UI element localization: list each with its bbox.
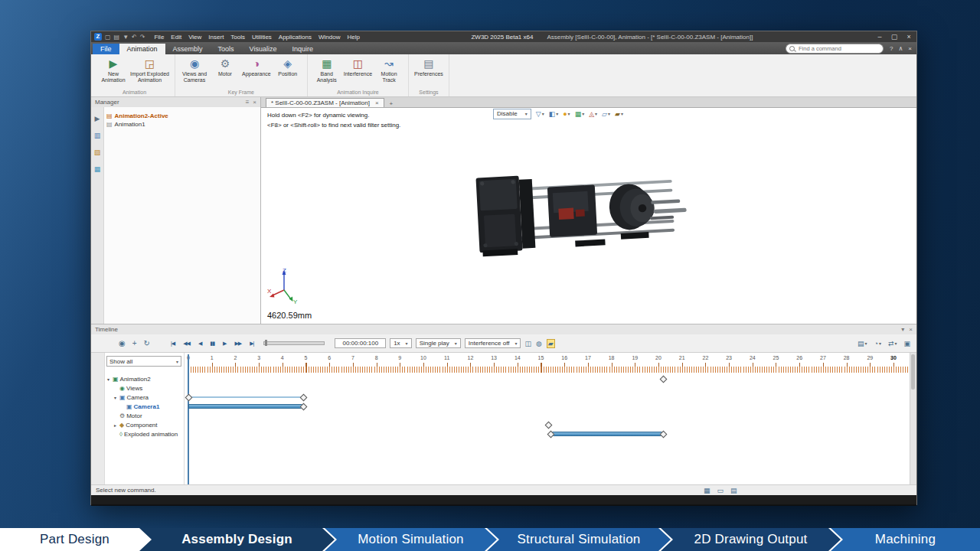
track-area[interactable]: 0123456789101112131415161718192021222324… [185,353,910,484]
menu-insert[interactable]: Insert [208,34,224,41]
animation-tree-item[interactable]: ▤Animation2-Active [106,112,258,120]
tab-file[interactable]: File [93,44,119,54]
save-icon[interactable]: ▼ [122,34,129,41]
expander-open-icon[interactable]: ▾ [113,395,118,400]
zoom-range-icon[interactable]: ◔▾ [874,340,880,347]
viewport-3d[interactable]: Hold down <F2> for dynamic viewing. <F8>… [261,108,916,324]
record-camera-icon[interactable]: ◉ [119,339,126,347]
position-button[interactable]: ◈Position [274,56,302,77]
close-timeline-icon[interactable]: × [909,326,913,333]
timeline-scrollbar-thumb[interactable] [911,354,915,390]
document-tab[interactable]: * SelII-C-00-00.Z3ASM - [Animation] × [266,98,384,107]
motion-track-button[interactable]: ↝MotionTrack [375,56,403,84]
menu-file[interactable]: File [154,34,164,41]
band-analysis-button[interactable]: ▦BandAnalysis [313,56,341,84]
track-item-animation2[interactable]: ▾▣Animation2 [104,374,184,383]
pick-filter-icon[interactable]: ▽▾ [536,110,544,118]
new-animation-button[interactable]: ▶NewAnimation [100,56,127,84]
restore-button[interactable]: ▢ [890,33,899,41]
track-filter-icon[interactable]: ▤▾ [858,340,867,347]
keyboard-icon[interactable]: ▤ [730,487,737,494]
keyframe-diamond[interactable] [544,422,552,429]
import-exploded-animation-button[interactable]: ◲Import ExplodedAnimation [130,56,169,84]
folder-icon[interactable]: ▨ [94,148,101,156]
timeline-scrollbar[interactable] [910,353,916,484]
pause-button[interactable]: ▮▮ [210,338,214,349]
animation-tree-item[interactable]: ▤Animation1 [106,120,258,129]
collapse-timeline-icon[interactable]: ▾ [901,326,904,333]
close-document-icon[interactable]: × [908,45,912,52]
appearance-button[interactable]: ◑Appearance [242,56,271,77]
speed-dropdown[interactable]: 1x ▾ [390,338,411,348]
previous-key-button[interactable]: ◀◀ [183,338,190,349]
add-keyframe-icon[interactable]: + [132,339,137,347]
grid-view-icon[interactable]: ▦ [704,487,710,494]
go-to-end-button[interactable]: ▶| [250,338,253,349]
tab-inquire[interactable]: Inquire [284,44,321,54]
undo-icon[interactable]: ↶ [132,34,137,41]
workflow-part-design[interactable]: Part Design [0,528,149,551]
tab-visualize[interactable]: Visualize [242,44,285,54]
menu-window[interactable]: Window [318,34,340,41]
open-file-icon[interactable]: ▤ [114,34,120,41]
workflow-assembly-design[interactable]: Assembly Design [139,528,335,551]
search-input[interactable] [797,44,880,53]
menu-applications[interactable]: Applications [279,34,312,41]
command-search[interactable] [786,44,884,54]
minimize-button[interactable]: – [875,33,884,41]
keyframe-bar[interactable] [188,404,303,409]
datum-plane-icon[interactable]: ▱▾ [602,110,610,118]
menu-tools[interactable]: Tools [230,34,245,41]
help-icon[interactable]: ? [890,45,893,52]
expander-open-icon[interactable]: ▾ [106,377,111,382]
cursor-icon[interactable]: ▶ [95,115,100,122]
track-item-motor[interactable]: ⚙Motor [104,411,184,420]
selection-filter-dropdown[interactable]: Disable ▾ [493,109,531,119]
collision-lamp-icon[interactable]: ◍ [536,340,542,347]
track-item-camera1[interactable]: ▣Camera1 [104,402,184,411]
constraint-icon[interactable]: ◬▾ [589,110,597,118]
timeline-settings-icon[interactable]: ▣ [903,340,910,347]
track-item-camera[interactable]: ▾▣Camera [104,393,184,402]
new-file-icon[interactable]: ▢ [105,34,111,41]
grid-snap-icon[interactable]: ▦▾ [575,110,585,118]
motor-button[interactable]: ⚙Motor [211,56,239,77]
time-slider-handle[interactable] [265,340,267,346]
track-item-component[interactable]: ▸◆Component [104,420,184,429]
redo-icon[interactable]: ↷ [140,34,145,41]
menu-view[interactable]: View [188,34,201,41]
close-button[interactable]: × [904,33,913,41]
preferences-button[interactable]: ▤Preferences [414,56,443,77]
close-tab-icon[interactable]: × [375,99,379,106]
monitor-icon[interactable]: ▭ [717,487,724,494]
keyframe-diamond[interactable] [185,394,193,402]
menu-help[interactable]: Help [347,34,359,41]
new-tab-button[interactable]: + [390,100,394,107]
expander-closed-icon[interactable]: ▸ [113,422,118,428]
workflow-machining[interactable]: Machining [831,528,980,551]
pin-icon[interactable]: ≡ [246,99,250,106]
palette-icon[interactable]: ▦ [94,165,101,173]
keyframe-diamond[interactable] [300,403,308,411]
play-button[interactable]: ▶ [223,338,226,349]
menu-utilities[interactable]: Utilities [252,34,272,41]
play-backward-button[interactable]: ◀ [198,338,201,349]
refresh-icon[interactable]: ↻ [144,339,150,347]
edit-key-icon[interactable]: ▰ [547,339,555,348]
interference-dropdown[interactable]: Interference off ▾ [465,338,521,348]
workflow-motion-simulation[interactable]: Motion Simulation [325,528,497,551]
keyframe-diamond[interactable] [660,376,668,383]
tab-animation[interactable]: Animation [119,44,165,54]
workflow-2d-drawing-output[interactable]: 2D Drawing Output [661,528,841,551]
keyframe-diamond[interactable] [660,431,668,439]
history-list-icon[interactable]: ▥ [94,132,101,139]
views-and-cameras-button[interactable]: ◉Views andCameras [181,56,208,84]
time-slider[interactable] [263,341,325,345]
minimize-ribbon-icon[interactable]: ∧ [898,45,903,52]
sketch-icon[interactable]: ▰▾ [615,110,623,118]
shade-mode-icon[interactable]: ◧▾ [549,110,559,118]
workflow-structural-simulation[interactable]: Structural Simulation [487,528,671,551]
show-filter-dropdown[interactable]: Show all ▾ [106,356,181,367]
keyframe-diamond[interactable] [300,394,308,402]
track-item-exploded-animation[interactable]: ◊Exploded animation [104,429,184,439]
